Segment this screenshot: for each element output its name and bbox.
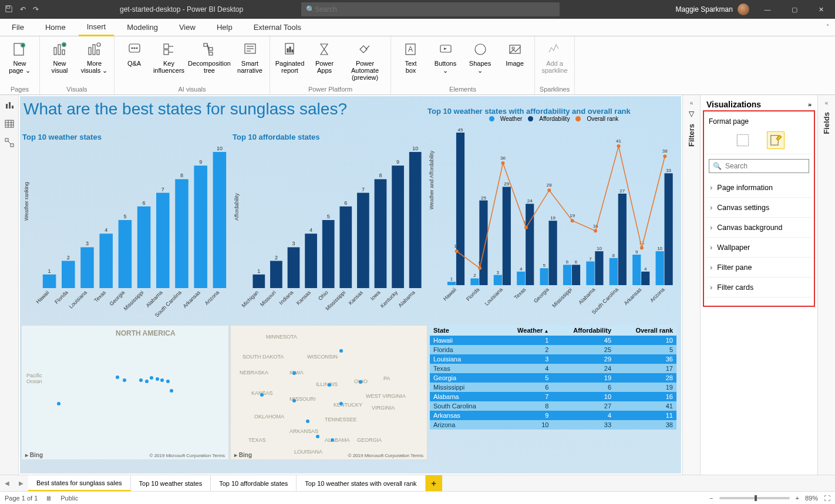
chevron-right-icon[interactable]: »	[808, 101, 812, 108]
ribbon-q-a[interactable]: Q&A	[118, 39, 150, 86]
table-row[interactable]: Alabama71016	[430, 392, 676, 401]
svg-rect-161	[665, 173, 673, 285]
page-tab-3[interactable]: Top 10 weather states with overall rank	[297, 475, 425, 491]
tab-insert[interactable]: Insert	[79, 19, 115, 36]
ribbon-text[interactable]: AText box	[395, 39, 427, 86]
report-canvas[interactable]: What are the best states for sunglass sa…	[19, 95, 682, 475]
ribbon-smart[interactable]: Smart narrative	[234, 39, 266, 86]
format-page-icon[interactable]	[767, 131, 785, 149]
tab-modeling[interactable]: Modeling	[119, 19, 166, 35]
format-section-filter-cards[interactable]: Filter cards	[705, 278, 813, 297]
table-row[interactable]: Louisiana32936	[430, 354, 676, 364]
state-table[interactable]: StateWeatherAffordabilityOverall rankHaw…	[430, 325, 676, 429]
chart-combo[interactable]: Top 10 weather states with affordability…	[427, 107, 680, 324]
table-row[interactable]: Arkansas9411	[430, 411, 676, 420]
ribbon-key[interactable]: Key influencers	[153, 39, 185, 86]
minimize-button[interactable]: —	[754, 0, 781, 19]
model-view-icon[interactable]	[4, 137, 15, 148]
filters-pane-collapsed[interactable]: « ▽ Filters	[682, 95, 700, 475]
data-view-icon[interactable]	[4, 119, 15, 129]
zoom-out-button[interactable]: −	[709, 495, 713, 502]
global-search[interactable]: 🔍	[301, 2, 560, 16]
svg-rect-136	[549, 221, 557, 285]
page-tab-0[interactable]: Best states for sunglass sales	[28, 475, 131, 491]
svg-text:45: 45	[458, 127, 463, 133]
page-tab-1[interactable]: Top 10 weather states	[131, 475, 211, 491]
format-search-input[interactable]	[725, 162, 805, 170]
table-header[interactable]: State	[430, 325, 499, 336]
ribbon-decomposition[interactable]: Decomposition tree	[187, 39, 231, 86]
svg-rect-9	[89, 48, 91, 55]
table-row[interactable]: Georgia51928	[430, 373, 676, 383]
format-section-filter-pane[interactable]: Filter pane	[705, 258, 813, 278]
svg-rect-17	[164, 44, 169, 49]
svg-rect-4	[54, 48, 56, 55]
svg-rect-31	[287, 49, 288, 52]
search-input[interactable]	[315, 5, 555, 13]
chart-weather-states[interactable]: Top 10 weather states Weather ranking1Ha…	[22, 133, 231, 324]
svg-text:5: 5	[123, 214, 126, 219]
table-row[interactable]: Florida2255	[430, 345, 676, 354]
format-section-canvas-settings[interactable]: Canvas settings	[705, 198, 813, 218]
svg-text:Alabama: Alabama	[145, 289, 164, 308]
table-header[interactable]: Weather	[499, 325, 553, 336]
tab-external-tools[interactable]: External Tools	[245, 19, 309, 35]
map-usa[interactable]: MINNESOTA SOUTH DAKOTA WISCONSIN NEBRASK…	[230, 325, 427, 460]
ribbon-shapes[interactable]: Shapes ⌄	[464, 39, 496, 86]
table-row[interactable]: Hawaii14510	[430, 336, 676, 345]
build-visual-icon[interactable]	[734, 131, 752, 149]
undo-icon[interactable]: ↶	[20, 5, 26, 13]
tab-home[interactable]: Home	[37, 19, 74, 35]
ribbon-buttons[interactable]: Buttons ⌄	[429, 39, 462, 86]
svg-text:Louisiana: Louisiana	[484, 286, 504, 306]
ribbon-collapse-icon[interactable]: ˄	[826, 23, 829, 30]
fit-page-icon[interactable]: ⛶	[824, 495, 830, 502]
maximize-button[interactable]: ▢	[781, 0, 808, 19]
svg-text:6: 6	[575, 259, 578, 265]
svg-text:27: 27	[619, 188, 625, 194]
table-row[interactable]: Arizona103338	[430, 420, 676, 429]
ribbon-more[interactable]: More visuals ⌄	[78, 39, 110, 86]
zoom-in-button[interactable]: +	[796, 495, 799, 502]
close-button[interactable]: ✕	[808, 0, 835, 19]
svg-rect-126	[503, 187, 511, 285]
map-north-america[interactable]: NORTH AMERICA Pacific Ocean ▸ Bing © 201…	[21, 325, 229, 460]
add-page-button[interactable]: +	[426, 475, 442, 491]
format-section-page-information[interactable]: Page information	[705, 178, 813, 198]
tab-help[interactable]: Help	[208, 19, 241, 35]
table-row[interactable]: South Carolina82741	[430, 401, 676, 411]
ribbon-image[interactable]: Image	[499, 39, 531, 86]
svg-text:3: 3	[292, 241, 295, 246]
svg-rect-185	[770, 136, 777, 146]
svg-rect-92	[305, 234, 317, 288]
ribbon-paginated[interactable]: Paginated report	[274, 39, 306, 86]
table-row[interactable]: Texas42417	[430, 364, 676, 373]
svg-text:Hawaii: Hawaii	[35, 289, 50, 305]
svg-rect-23	[209, 52, 213, 55]
format-search[interactable]: 🔍	[709, 159, 809, 173]
ribbon-power-automate[interactable]: Power Automate (preview)	[343, 39, 387, 86]
ribbon-new[interactable]: +New page ⌄	[4, 39, 36, 86]
tab-view[interactable]: View	[171, 19, 204, 35]
fields-pane-collapsed[interactable]: « Fields	[817, 95, 835, 475]
ribbon-new[interactable]: +New visual	[43, 39, 76, 86]
format-section-wallpaper[interactable]: Wallpaper	[705, 238, 813, 258]
report-view-icon[interactable]	[4, 100, 15, 110]
table-header[interactable]: Overall rank	[615, 325, 676, 336]
tab-file[interactable]: File	[4, 19, 32, 35]
svg-text:4: 4	[105, 227, 107, 233]
page-tabs: ◀ ▶ Best states for sunglass salesTop 10…	[0, 475, 835, 491]
fields-label: Fields	[822, 112, 831, 134]
save-icon[interactable]	[5, 5, 13, 15]
ribbon-power[interactable]: Power Apps	[308, 39, 341, 86]
tab-nav-prev[interactable]: ◀	[0, 475, 14, 491]
zoom-slider[interactable]	[719, 497, 790, 499]
table-header[interactable]: Affordability	[552, 325, 615, 336]
tab-nav-next[interactable]: ▶	[14, 475, 28, 491]
format-section-canvas-background[interactable]: Canvas background	[705, 218, 813, 238]
chart-affordable-states[interactable]: Top 10 affordable states Affordability1M…	[233, 133, 426, 324]
user-menu[interactable]: Maggie Sparkman	[676, 4, 754, 15]
page-tab-2[interactable]: Top 10 affordable states	[211, 475, 297, 491]
redo-icon[interactable]: ↷	[33, 5, 39, 13]
table-row[interactable]: Mississippi6619	[430, 383, 676, 392]
